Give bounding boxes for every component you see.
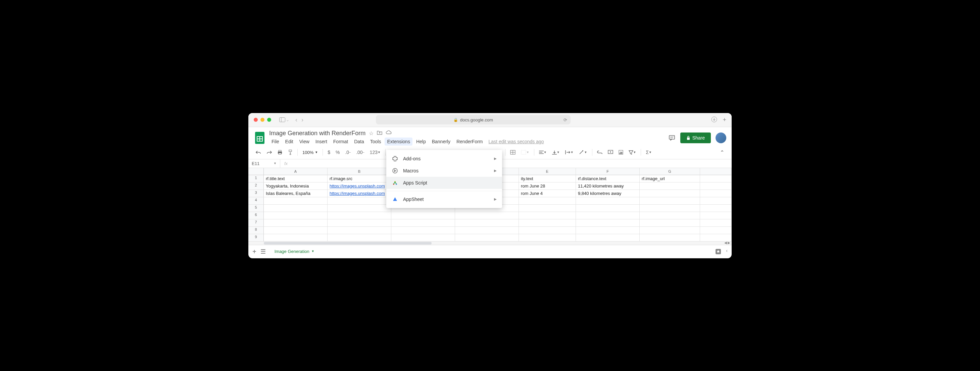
scroll-right-icon[interactable]: ▶ — [728, 241, 730, 244]
comments-icon[interactable] — [668, 134, 676, 141]
comment-button[interactable] — [606, 149, 615, 156]
cell-f1[interactable]: rf.distance.text — [576, 175, 640, 182]
row-header-7[interactable]: 7 — [248, 219, 264, 227]
move-icon[interactable] — [377, 130, 382, 136]
row-header-8[interactable]: 8 — [248, 227, 264, 234]
menu-renderform[interactable]: RenderForm — [454, 138, 485, 146]
rotate-button[interactable]: ▼ — [577, 149, 589, 156]
cloud-icon[interactable] — [386, 130, 392, 136]
cell-blank2[interactable] — [700, 182, 732, 190]
wrap-button[interactable]: ▼ — [563, 149, 576, 156]
link-button[interactable] — [595, 149, 605, 155]
row-header-9[interactable]: 9 — [248, 234, 264, 241]
maximize-window-button[interactable] — [267, 118, 271, 122]
cell-g2[interactable] — [640, 182, 700, 190]
sidebar-toggle[interactable]: ⌵ — [279, 117, 289, 122]
cell-b2[interactable]: https://images.unsplash.com — [328, 182, 391, 190]
increase-decimal-button[interactable]: .00_ — [354, 148, 366, 156]
side-panel-toggle[interactable]: ‹ — [726, 248, 728, 255]
currency-button[interactable]: $ — [326, 148, 332, 156]
cell-a2[interactable]: Yogyakarta, Indonesia — [264, 182, 328, 190]
dropdown-apps-script[interactable]: Apps Script — [386, 177, 502, 189]
doc-title[interactable]: Image Generation with RenderForm — [269, 130, 366, 137]
share-button[interactable]: Share — [680, 133, 711, 143]
valign-button[interactable]: ▼ — [550, 149, 562, 156]
col-header-b[interactable]: B — [328, 168, 391, 175]
col-header-f[interactable]: F — [576, 168, 640, 175]
sheet-tab-active[interactable]: Image Generation ▼ — [270, 246, 319, 257]
menu-format[interactable]: Format — [331, 138, 350, 146]
menu-tools[interactable]: Tools — [368, 138, 383, 146]
edit-history-link[interactable]: Last edit was seconds ago — [488, 139, 544, 144]
select-all-corner[interactable] — [248, 168, 264, 175]
col-header-e[interactable]: E — [519, 168, 576, 175]
row-header-3[interactable]: 3 — [248, 190, 264, 197]
menu-extensions[interactable]: Extensions — [385, 138, 412, 146]
chart-button[interactable] — [617, 149, 625, 156]
minimize-window-button[interactable] — [261, 118, 264, 122]
new-tab-button[interactable]: + — [722, 116, 726, 124]
forward-button[interactable]: › — [301, 116, 304, 124]
decrease-decimal-button[interactable]: .0_ — [343, 148, 353, 156]
zoom-selector[interactable]: 100% ▼ — [301, 150, 320, 155]
sheets-logo[interactable] — [254, 130, 266, 146]
menu-bannerly[interactable]: Bannerly — [430, 138, 453, 146]
cell-blank3[interactable] — [700, 190, 732, 197]
merge-cells-button[interactable] — [508, 149, 517, 156]
collapse-toolbar-button[interactable]: ⌃ — [718, 148, 726, 157]
scroll-left-icon[interactable]: ◀ — [724, 241, 727, 244]
filter-button[interactable]: ▼ — [627, 149, 638, 156]
redo-button[interactable] — [264, 149, 274, 156]
align-button[interactable]: ▼ — [537, 149, 549, 155]
percent-button[interactable]: % — [334, 148, 342, 156]
cell-g1[interactable]: rf.image_url — [640, 175, 700, 182]
cell-f3[interactable]: 9,840 kilometres away — [576, 190, 640, 197]
dropdown-macros[interactable]: Macros ▶ — [386, 165, 502, 177]
menu-help[interactable]: Help — [414, 138, 428, 146]
menu-view[interactable]: View — [297, 138, 312, 146]
functions-button[interactable]: Σ ▼ — [644, 148, 654, 156]
scrollbar-thumb[interactable] — [264, 242, 431, 244]
format-selector[interactable]: 123 ▼ — [368, 148, 383, 156]
address-bar[interactable]: 🔒 docs.google.com ⟳ — [376, 115, 571, 124]
user-avatar[interactable] — [716, 133, 726, 143]
cell-e3[interactable]: rom June 4 — [519, 190, 576, 197]
dropdown-appsheet[interactable]: AppSheet ▶ — [386, 193, 502, 205]
explore-button[interactable] — [714, 248, 722, 255]
dropdown-addons[interactable]: Add-ons ▶ — [386, 153, 502, 165]
cell-a3[interactable]: Islas Baleares, España — [264, 190, 328, 197]
menu-insert[interactable]: Insert — [313, 138, 329, 146]
cell-f2[interactable]: 11,420 kilometres away — [576, 182, 640, 190]
menu-edit[interactable]: Edit — [283, 138, 296, 146]
cell-e2[interactable]: rom June 28 — [519, 182, 576, 190]
downloads-icon[interactable] — [711, 116, 717, 124]
row-header-5[interactable]: 5 — [248, 205, 264, 212]
cell-b1[interactable]: rf.image.src — [328, 175, 391, 182]
add-sheet-button[interactable]: + — [252, 248, 256, 255]
paint-format-button[interactable] — [286, 148, 295, 156]
close-window-button[interactable] — [254, 118, 258, 122]
col-header-blank[interactable] — [700, 168, 732, 175]
all-sheets-button[interactable]: ☰ — [261, 248, 266, 255]
cell-g3[interactable] — [640, 190, 700, 197]
back-button[interactable]: ‹ — [295, 116, 298, 124]
row-header-4[interactable]: 4 — [248, 197, 264, 205]
reload-icon[interactable]: ⟳ — [563, 117, 567, 122]
col-header-g[interactable]: G — [640, 168, 700, 175]
star-icon[interactable]: ☆ — [369, 130, 374, 136]
col-header-a[interactable]: A — [264, 168, 328, 175]
cell-a1[interactable]: rf.title.text — [264, 175, 328, 182]
menu-data[interactable]: Data — [352, 138, 366, 146]
row-header-6[interactable]: 6 — [248, 212, 264, 219]
menu-file[interactable]: File — [269, 138, 282, 146]
cell-blank1[interactable] — [700, 175, 732, 182]
print-button[interactable] — [275, 148, 285, 156]
cell-e1[interactable]: ity.text — [519, 175, 576, 182]
undo-button[interactable] — [254, 149, 263, 156]
cell-b3[interactable]: https://images.unsplash.com — [328, 190, 391, 197]
row-header-2[interactable]: 2 — [248, 182, 264, 190]
row-header-1[interactable]: 1 — [248, 175, 264, 182]
cell-reference[interactable]: E11 ▼ — [248, 159, 280, 168]
horizontal-scrollbar[interactable]: ◀▶ — [248, 241, 732, 245]
borders-button[interactable]: ▼ — [519, 149, 531, 156]
